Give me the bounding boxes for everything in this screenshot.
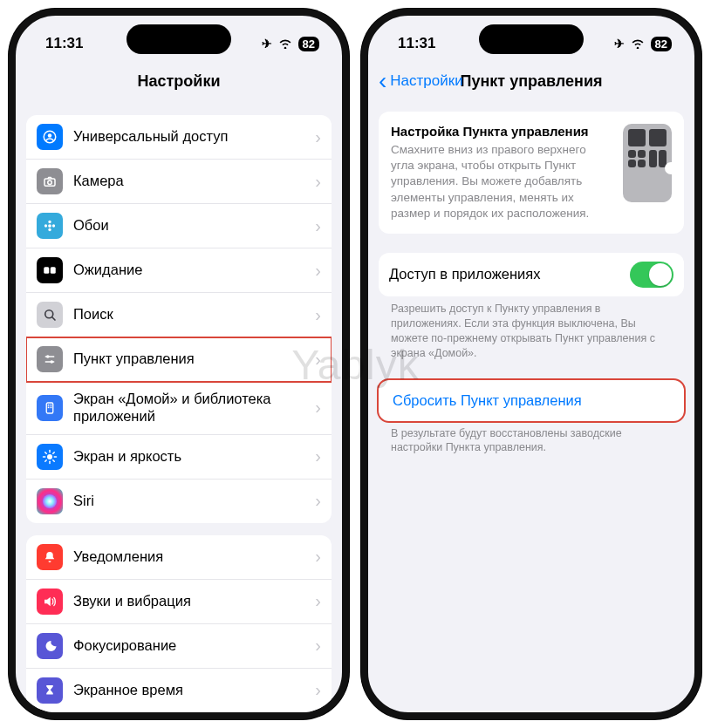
status-time: 11:31 bbox=[45, 35, 83, 52]
svg-point-6 bbox=[48, 228, 51, 231]
svg-point-1 bbox=[48, 133, 52, 138]
svg-point-4 bbox=[48, 224, 51, 228]
dynamic-island bbox=[126, 24, 231, 54]
settings-row-person-circle[interactable]: Универсальный доступ› bbox=[26, 115, 332, 160]
svg-rect-18 bbox=[48, 405, 50, 406]
settings-row-flower[interactable]: Обои› bbox=[26, 204, 332, 248]
settings-row-bell[interactable]: Уведомления› bbox=[26, 535, 332, 580]
svg-point-22 bbox=[47, 454, 52, 459]
chevron-right-icon: › bbox=[315, 398, 321, 418]
sliders-icon bbox=[37, 346, 63, 372]
settings-row-speaker[interactable]: Звуки и вибрация› bbox=[26, 580, 332, 624]
nav-bar: Настройки Пункт управления bbox=[368, 59, 694, 103]
svg-rect-20 bbox=[48, 406, 50, 408]
camera-icon bbox=[37, 168, 63, 194]
flower-icon bbox=[37, 213, 63, 239]
settings-group: Уведомления›Звуки и вибрация›Фокусирован… bbox=[26, 535, 332, 712]
svg-rect-9 bbox=[44, 267, 49, 274]
svg-line-28 bbox=[53, 459, 55, 461]
svg-rect-19 bbox=[51, 405, 52, 406]
toggle-label: Доступ в приложениях bbox=[389, 266, 619, 283]
moon-icon bbox=[37, 633, 63, 659]
settings-row-home[interactable]: Экран «Домой» и библиотека приложений› bbox=[26, 382, 332, 435]
chevron-right-icon: › bbox=[315, 636, 321, 656]
settings-row-standby[interactable]: Ожидание› bbox=[26, 248, 332, 293]
info-body: Смахните вниз из правого верхнего угла э… bbox=[391, 142, 612, 221]
svg-line-30 bbox=[53, 452, 55, 453]
control-center-settings: Настройка Пункта управления Смахните вни… bbox=[368, 112, 694, 466]
settings-row-moon[interactable]: Фокусирование› bbox=[26, 624, 332, 669]
access-group: Доступ в приложениях bbox=[379, 253, 684, 296]
phone-right: 11:31 ✈︎ 82 Настройки Пункт управления Н… bbox=[361, 9, 701, 719]
status-time: 11:31 bbox=[398, 35, 435, 52]
info-title: Настройка Пункта управления bbox=[391, 124, 612, 139]
row-label: Камера bbox=[73, 173, 304, 190]
status-right: ✈︎ 82 bbox=[262, 37, 319, 51]
battery-badge: 82 bbox=[651, 37, 672, 51]
svg-point-11 bbox=[45, 310, 53, 318]
speaker-icon bbox=[37, 589, 63, 615]
settings-row-siri[interactable]: Siri› bbox=[26, 480, 332, 523]
row-label: Поиск bbox=[73, 306, 304, 323]
svg-point-14 bbox=[46, 355, 50, 358]
svg-line-29 bbox=[45, 459, 47, 461]
bell-icon bbox=[37, 544, 63, 570]
row-label: Уведомления bbox=[73, 548, 304, 566]
access-footnote: Разрешить доступ к Пункту управления в п… bbox=[379, 296, 684, 361]
row-label: Ожидание bbox=[73, 262, 304, 279]
row-label: Фокусирование bbox=[73, 637, 304, 655]
chevron-right-icon: › bbox=[315, 680, 321, 700]
back-button[interactable]: Настройки bbox=[379, 72, 463, 90]
row-label: Экран и яркость bbox=[73, 448, 304, 466]
chevron-right-icon: › bbox=[315, 350, 321, 370]
reset-footnote: В результате будут восстановлены заводск… bbox=[379, 421, 684, 456]
row-label: Экранное время bbox=[73, 682, 304, 699]
access-toggle[interactable] bbox=[630, 262, 673, 288]
chevron-right-icon: › bbox=[315, 216, 321, 236]
settings-group: Универсальный доступ›Камера›Обои›Ожидани… bbox=[26, 115, 332, 523]
chevron-right-icon: › bbox=[315, 547, 321, 567]
hourglass-icon bbox=[37, 677, 63, 704]
info-card: Настройка Пункта управления Смахните вни… bbox=[379, 112, 684, 234]
standby-icon bbox=[37, 257, 63, 283]
phone-left: 11:31 ✈︎ 82 Настройки Универсальный дост… bbox=[9, 9, 349, 719]
page-title: Настройки bbox=[138, 72, 221, 91]
access-in-apps-row[interactable]: Доступ в приложениях bbox=[379, 253, 684, 296]
home-icon bbox=[37, 395, 63, 421]
nav-bar: Настройки bbox=[16, 59, 342, 103]
settings-row-search[interactable]: Поиск› bbox=[26, 293, 332, 337]
chevron-right-icon: › bbox=[315, 172, 321, 192]
svg-line-27 bbox=[45, 452, 47, 453]
svg-rect-10 bbox=[51, 267, 56, 274]
settings-row-sliders[interactable]: Пункт управления› bbox=[26, 337, 332, 382]
svg-rect-21 bbox=[51, 406, 52, 408]
row-label: Универсальный доступ bbox=[73, 128, 304, 146]
dynamic-island bbox=[479, 24, 584, 54]
svg-point-16 bbox=[50, 360, 53, 364]
svg-rect-17 bbox=[46, 403, 53, 413]
battery-badge: 82 bbox=[298, 37, 319, 51]
settings-row-brightness[interactable]: Экран и яркость› bbox=[26, 435, 332, 480]
row-label: Пункт управления bbox=[73, 350, 304, 368]
chevron-right-icon: › bbox=[315, 127, 321, 147]
chevron-right-icon: › bbox=[315, 591, 321, 611]
status-right: ✈︎ 82 bbox=[614, 37, 672, 51]
airplane-icon: ✈︎ bbox=[614, 37, 625, 51]
wifi-icon bbox=[277, 37, 293, 51]
svg-point-7 bbox=[44, 224, 47, 227]
search-icon bbox=[37, 302, 63, 328]
settings-list[interactable]: Универсальный доступ›Камера›Обои›Ожидани… bbox=[16, 115, 342, 719]
chevron-right-icon: › bbox=[315, 261, 321, 281]
reset-control-center-button[interactable]: Сбросить Пункт управления bbox=[379, 380, 684, 421]
row-label: Обои bbox=[73, 217, 304, 235]
brightness-icon bbox=[37, 444, 63, 470]
control-center-preview-icon bbox=[623, 124, 672, 202]
settings-row-hourglass[interactable]: Экранное время› bbox=[26, 669, 332, 712]
chevron-right-icon: › bbox=[315, 305, 321, 325]
person-circle-icon bbox=[37, 124, 63, 150]
svg-point-3 bbox=[48, 180, 52, 185]
settings-row-camera[interactable]: Камера› bbox=[26, 160, 332, 204]
chevron-right-icon: › bbox=[315, 446, 321, 466]
row-label: Siri bbox=[73, 493, 304, 510]
chevron-right-icon: › bbox=[315, 491, 321, 511]
